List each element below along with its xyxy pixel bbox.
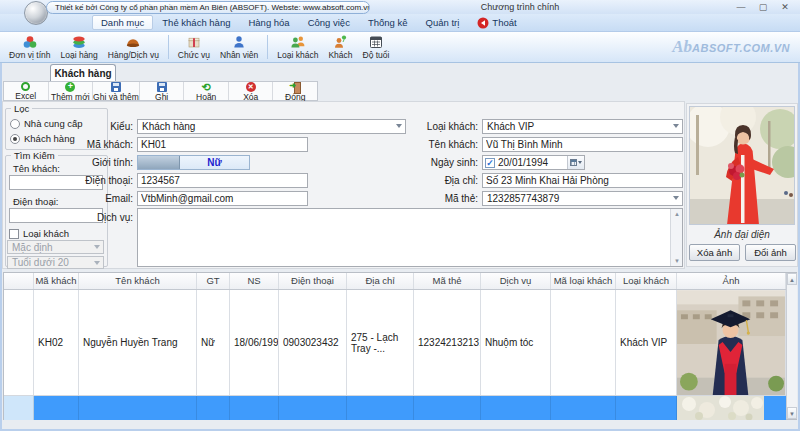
combo-tuoi-duoi-20[interactable]: Tuổi dưới 20 — [7, 256, 104, 269]
email-input[interactable] — [137, 191, 308, 206]
ngay-sinh-datepicker[interactable]: ✓ 20/01/1994 — [482, 155, 585, 170]
ghi-button[interactable]: Ghi — [140, 82, 185, 100]
menu-hang-hoa[interactable]: Hàng hóa — [239, 15, 298, 30]
scroll-down-arrow[interactable]: ▼ — [787, 407, 797, 419]
table-scrollbar[interactable]: ▲ ▼ — [786, 273, 797, 419]
dich-vu-label: Dịch vụ: — [83, 212, 133, 223]
xoa-button[interactable]: ✕Xóa — [229, 82, 274, 100]
tab-khach-hang[interactable]: Khách hàng — [50, 64, 116, 82]
calendar-icon — [570, 159, 577, 166]
cell-anh — [677, 290, 786, 395]
xoa-anh-button[interactable]: Xóa ảnh — [689, 244, 740, 261]
menu-thoat[interactable]: Thoát — [468, 15, 525, 31]
dien-thoai-input[interactable] — [137, 173, 308, 188]
dia-chi-input[interactable] — [482, 173, 683, 188]
textarea-scrollbar[interactable]: ▲ ▼ — [670, 209, 682, 266]
cell-anh-partial — [677, 396, 764, 420]
cell-empty — [197, 396, 230, 420]
avatar-panel: Ảnh đại diện Xóa ảnh Đổi ảnh — [686, 103, 798, 267]
cell-empty — [414, 396, 481, 420]
avatar-photo-image — [690, 107, 795, 225]
dich-vu-textarea[interactable] — [138, 209, 671, 266]
toolbar-chuc-vu[interactable]: Chức vụ — [173, 33, 215, 61]
goods-icon — [125, 34, 141, 50]
radio-khach-hang[interactable]: Khách hàng — [10, 133, 75, 144]
menu-cong-viec[interactable]: Công việc — [299, 15, 359, 30]
app-menu-orb[interactable] — [24, 1, 48, 25]
combo-mac-dinh[interactable]: Mặc định — [7, 240, 104, 254]
them-moi-button[interactable]: +Thêm mới — [49, 82, 94, 100]
toolbar-label: Đơn vị tính — [9, 50, 50, 60]
checkbox-loai-khach[interactable]: Loại khách — [9, 228, 69, 239]
toolbar-loai-hang[interactable]: Loại hàng — [55, 33, 102, 61]
scroll-down-arrow[interactable]: ▼ — [671, 256, 683, 266]
ma-khach-input[interactable] — [137, 137, 308, 152]
header-ns[interactable]: NS — [230, 273, 279, 289]
header-ma-the[interactable]: Mã thẻ — [414, 273, 481, 289]
cell-ma-khach: KH02 — [34, 290, 79, 395]
header-ma-loai-khach[interactable]: Mã loại khách — [551, 273, 616, 289]
loai-khach-label: Loại khách: — [408, 121, 478, 132]
ghi-va-them-button[interactable]: Ghi và thêm — [93, 82, 140, 100]
ma-the-combo[interactable]: 1232857743879 — [482, 191, 683, 206]
absoft-logo-text: ABSOFT.COM.VN — [692, 42, 790, 54]
toolbar-label: Chức vụ — [178, 50, 210, 60]
menu-thong-ke[interactable]: Thống kê — [359, 15, 417, 30]
header-dien-thoai[interactable]: Điện thoại — [279, 273, 347, 289]
row-selector-cell — [4, 290, 34, 395]
employee-icon — [231, 34, 247, 50]
kieu-label: Kiểu: — [83, 121, 133, 132]
ngay-sinh-label: Ngày sinh: — [408, 157, 478, 168]
menu-danh-muc[interactable]: Danh mục — [92, 15, 153, 30]
hoan-button[interactable]: ⟲Hoãn — [184, 82, 229, 100]
action-toolbar: Excel +Thêm mới Ghi và thêm Ghi ⟲Hoãn ✕X… — [3, 81, 318, 101]
gioi-tinh-toggle[interactable]: Nữ — [137, 155, 250, 170]
maximize-button[interactable]: ▢ — [754, 1, 772, 13]
close-button[interactable]: ✕ — [776, 1, 794, 13]
header-dia-chi[interactable]: Địa chỉ — [347, 273, 414, 289]
kieu-combo[interactable]: Khách hàng — [137, 119, 406, 134]
units-icon — [22, 34, 38, 50]
cell-ns: 18/06/1994 — [230, 290, 279, 395]
minimize-button[interactable]: — — [732, 1, 750, 13]
ten-khach-input[interactable] — [482, 137, 683, 152]
chevron-down-icon — [578, 161, 582, 164]
header-loai-khach[interactable]: Loại khách — [616, 273, 677, 289]
toolbar-do-tuoi[interactable]: Độ tuổi — [358, 33, 395, 61]
exit-door-icon — [289, 82, 301, 92]
cell-empty — [616, 396, 677, 420]
header-ten-khach[interactable]: Tên khách — [79, 273, 197, 289]
checkbox-box — [9, 229, 19, 239]
filter-dien-thoai-label: Điện thoại: — [13, 196, 58, 207]
scroll-up-arrow[interactable]: ▲ — [787, 273, 797, 285]
header-anh[interactable]: Ảnh — [677, 273, 786, 289]
chevron-down-icon — [673, 124, 679, 128]
header-dich-vu[interactable]: Dịch vụ — [481, 273, 551, 289]
toolbar-loai-khach[interactable]: Loại khách — [272, 33, 323, 61]
scroll-up-arrow[interactable]: ▲ — [671, 209, 683, 219]
toolbar-hang-dich-vu[interactable]: Hàng/Dịch vụ — [103, 33, 164, 61]
calendar-dropdown-button[interactable] — [567, 156, 584, 169]
excel-button[interactable]: Excel — [4, 82, 49, 100]
delete-icon: ✕ — [246, 82, 256, 92]
menu-quan-tri[interactable]: Quản trị — [417, 15, 469, 30]
doi-anh-button[interactable]: Đổi ảnh — [745, 244, 796, 261]
toolbar-nhan-vien[interactable]: Nhân viên — [215, 33, 263, 61]
chevron-down-icon — [396, 124, 402, 128]
toolbar-khach[interactable]: Khách — [323, 33, 357, 61]
cell-dien-thoai: 0903023432 — [279, 290, 347, 395]
cell-empty — [230, 396, 279, 420]
loai-khach-combo[interactable]: Khách VIP — [482, 119, 683, 134]
header-selector[interactable] — [4, 273, 34, 289]
table-row-selected[interactable] — [4, 396, 786, 420]
radio-nha-cung-cap[interactable]: Nhà cung cấp — [10, 118, 83, 129]
table-row-kh02[interactable]: KH02 Nguyễn Huyền Trang Nữ 18/06/1994 09… — [4, 290, 786, 396]
dong-button[interactable]: Đóng — [273, 82, 317, 100]
customers-table: Mã khách Tên khách GT NS Điện thoại Địa … — [3, 272, 797, 420]
ma-khach-label: Mã khách: — [83, 139, 133, 150]
menu-the-khach-hang[interactable]: Thẻ khách hàng — [153, 15, 239, 30]
toolbar-don-vi-tinh[interactable]: Đơn vị tính — [4, 33, 55, 61]
header-ma-khach[interactable]: Mã khách — [34, 273, 79, 289]
header-gt[interactable]: GT — [197, 273, 230, 289]
date-checkbox-checked[interactable]: ✓ — [485, 158, 495, 168]
